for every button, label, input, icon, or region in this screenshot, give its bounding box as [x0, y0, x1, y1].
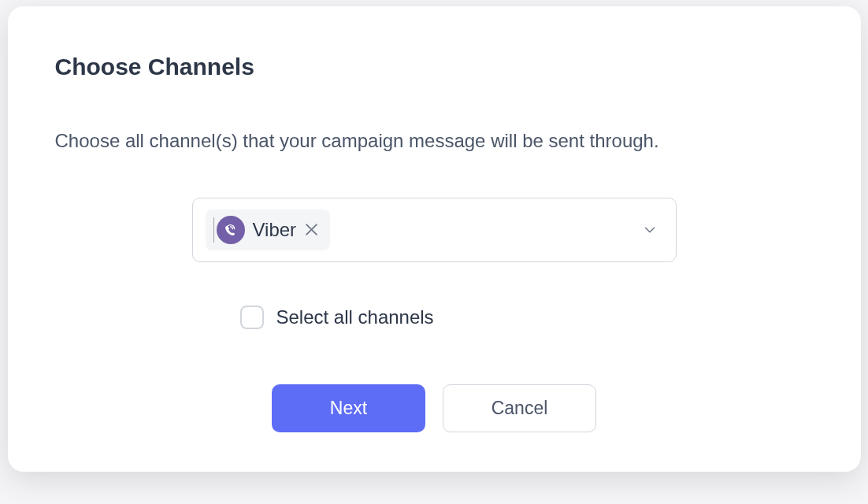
select-all-label: Select all channels: [276, 306, 434, 328]
chevron-down-icon[interactable]: [641, 221, 658, 239]
select-all-row: Select all channels: [55, 306, 814, 329]
page-title: Choose Channels: [55, 54, 814, 80]
select-wrapper: Viber: [55, 198, 814, 262]
description-text: Choose all channel(s) that your campaign…: [55, 128, 814, 154]
viber-icon: [217, 216, 245, 244]
next-button[interactable]: Next: [272, 384, 425, 432]
channel-chip-viber: Viber: [206, 209, 331, 250]
chip-label: Viber: [253, 219, 297, 241]
select-all-checkbox[interactable]: [240, 306, 264, 329]
channel-select[interactable]: Viber: [192, 198, 677, 262]
channel-selection-card: Choose Channels Choose all channel(s) th…: [8, 6, 861, 472]
cancel-button[interactable]: Cancel: [443, 384, 596, 432]
buttons-row: Next Cancel: [55, 384, 814, 432]
chip-remove-icon[interactable]: [304, 224, 319, 235]
